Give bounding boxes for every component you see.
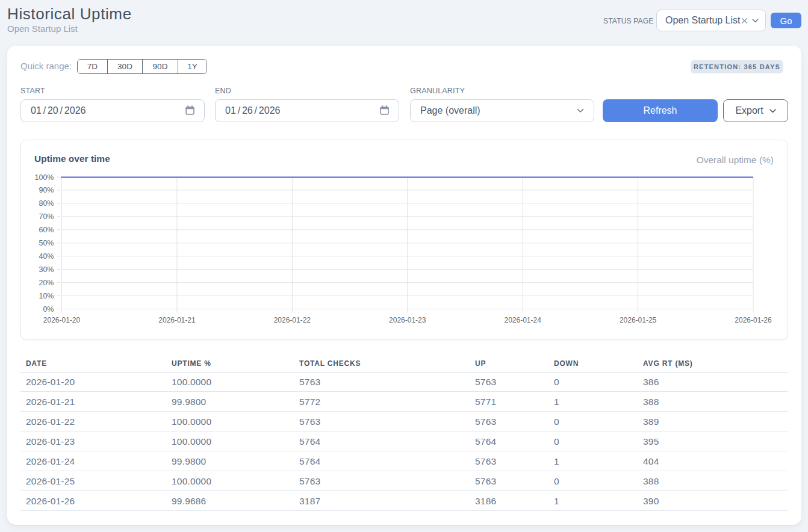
svg-text:2026-01-20: 2026-01-20	[43, 316, 81, 324]
svg-text:2026-01-22: 2026-01-22	[274, 316, 311, 324]
svg-text:10%: 10%	[39, 292, 54, 300]
svg-text:90%: 90%	[39, 186, 54, 194]
svg-text:2026-01-23: 2026-01-23	[389, 316, 426, 324]
svg-text:20%: 20%	[39, 279, 54, 287]
svg-text:70%: 70%	[39, 212, 54, 221]
svg-text:60%: 60%	[39, 226, 54, 234]
svg-text:50%: 50%	[39, 239, 54, 247]
svg-text:40%: 40%	[39, 252, 54, 261]
svg-text:100%: 100%	[35, 173, 54, 182]
svg-text:80%: 80%	[39, 199, 54, 208]
svg-text:2026-01-25: 2026-01-25	[620, 316, 657, 324]
svg-text:30%: 30%	[39, 265, 54, 274]
svg-text:0%: 0%	[43, 305, 54, 314]
svg-text:2026-01-24: 2026-01-24	[504, 316, 541, 324]
svg-text:2026-01-21: 2026-01-21	[158, 316, 196, 324]
svg-text:2026-01-26: 2026-01-26	[735, 316, 772, 324]
